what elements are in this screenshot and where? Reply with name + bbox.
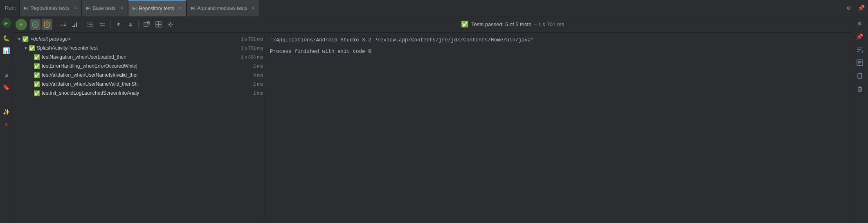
gear-icon[interactable]: ⚙ — [855, 18, 865, 29]
svg-rect-17 — [858, 88, 861, 91]
pin-down-icon[interactable]: 📌 — [855, 31, 865, 42]
svg-rect-7 — [74, 25, 75, 27]
status-time: – 1 s 701 ms — [534, 21, 564, 27]
tree-package-time: 1 s 701 ms — [241, 36, 263, 41]
tree-class-pass-icon: ✅ — [29, 45, 35, 51]
svg-rect-12 — [156, 25, 158, 27]
tree-method-label: testValidation_whenUserNameIsInvalid_the… — [42, 72, 250, 78]
down-button[interactable] — [125, 19, 136, 30]
toolbar: ▶ AZ — [13, 16, 851, 33]
tab-bar: Run: ▶| Repositories tests ✕ ▶| Base tes… — [0, 0, 868, 16]
soft-wrap-icon[interactable] — [855, 57, 865, 68]
sort-duration-button[interactable] — [70, 19, 80, 30]
output-panel: "/Applications/Android Studio 3.2 Previe… — [265, 33, 851, 223]
right-sidebar: ⚙ 📌 — [851, 16, 868, 223]
up-button[interactable] — [113, 19, 124, 30]
svg-rect-11 — [159, 22, 161, 24]
svg-rect-8 — [76, 23, 77, 27]
bookmark-icon[interactable]: 🔖 — [2, 83, 11, 92]
tab-base-tests[interactable]: ▶| Base tests ✕ — [82, 0, 128, 16]
settings-icon[interactable]: ⚙ — [843, 3, 854, 14]
scroll-lock-icon[interactable] — [855, 44, 865, 55]
tab-close-icon[interactable]: ✕ — [74, 5, 77, 11]
tree-method-row-4[interactable]: ✅ testInit_shouldLogLaunchedScreenIntoAn… — [13, 89, 265, 98]
tab-label: App and modules tests — [197, 5, 247, 11]
tab-label: Repositories tests — [30, 5, 69, 11]
pass-check-icon: ✅ — [461, 20, 469, 28]
run-button[interactable]: ▶ — [2, 18, 11, 28]
pin-icon[interactable]: 📌 — [856, 3, 866, 14]
content-area: ▶ AZ — [13, 16, 851, 223]
tab-label: Base tests — [93, 5, 116, 11]
open-source-button[interactable] — [141, 19, 152, 30]
tab-run-icon: ▶| — [191, 5, 196, 11]
tree-method-label: testErrorHandling_whenErrorOccuredWhile| — [42, 63, 250, 69]
tree-method-pass-icon: ✅ — [34, 63, 40, 69]
tree-method-row-0[interactable]: ✅ testNavigation_whenUserLoaded_then 1 s… — [13, 52, 265, 61]
tree-expand-arrow[interactable]: ▼ — [16, 36, 22, 42]
tree-method-time: 1 s 696 ms — [241, 55, 263, 59]
wand-icon[interactable]: ✨ — [2, 107, 11, 116]
sort-alpha-button[interactable]: AZ — [58, 19, 68, 30]
tab-close-icon[interactable]: ✕ — [178, 6, 182, 11]
svg-point-14 — [169, 24, 171, 25]
separator-3 — [110, 20, 111, 29]
tree-method-time: 1 ms — [253, 91, 263, 96]
tree-method-row-3[interactable]: ✅ testValidation_whenUserNameValid_thenS… — [13, 80, 265, 89]
java-path-line: "/Applications/Android Studio 3.2 Previe… — [270, 36, 846, 44]
tree-package-row[interactable]: ▼ ✅ <default package> 1 s 701 ms — [13, 34, 265, 43]
tab-run-icon: ▶| — [86, 5, 91, 11]
svg-rect-16 — [858, 74, 861, 78]
tab-repositories-tests[interactable]: ▶| Repositories tests ✕ — [19, 0, 81, 16]
show-ignored-button[interactable] — [42, 19, 52, 30]
tree-class-expand-arrow[interactable]: ▼ — [23, 45, 29, 51]
show-passed-button[interactable] — [30, 19, 40, 30]
tree-package-label: <default package> — [30, 36, 238, 42]
tree-method-pass-icon: ✅ — [34, 81, 40, 87]
tab-close-icon[interactable]: ✕ — [251, 5, 255, 11]
test-status: ✅ Tests passed: 5 of 5 tests – 1 s 701 m… — [177, 20, 848, 28]
tree-pass-icon: ✅ — [22, 36, 29, 42]
delete-icon[interactable] — [855, 84, 865, 94]
tree-method-pass-icon: ✅ — [34, 90, 40, 96]
tree-method-time: 2 ms — [253, 82, 263, 86]
tree-method-time: 2 ms — [253, 64, 263, 68]
left-sidebar: ▶ 🐛 📊 ••• ⊞ 🔖 ••• ✨ ✕ — [0, 16, 13, 223]
separator-icon-2: ••• — [2, 95, 11, 104]
lower-area: ▼ ✅ <default package> 1 s 701 ms ▼ ✅ Spl… — [13, 33, 851, 223]
settings-gear-button[interactable] — [165, 19, 175, 30]
svg-rect-13 — [159, 25, 161, 27]
tab-app-modules-tests[interactable]: ▶| App and modules tests ✕ — [187, 0, 260, 16]
tab-repository-tests[interactable]: ▶| Repository tests ✕ — [128, 0, 187, 16]
tab-run-icon: ▶| — [133, 6, 137, 11]
svg-rect-2 — [47, 23, 47, 25]
stop-icon[interactable]: ✕ — [2, 120, 11, 129]
tree-method-row-1[interactable]: ✅ testErrorHandling_whenErrorOccuredWhil… — [13, 61, 265, 71]
tree-method-time: 0 ms — [253, 73, 263, 77]
import-button[interactable] — [153, 19, 164, 30]
layout-icon[interactable]: ⊞ — [2, 71, 11, 80]
profile-icon[interactable]: 📊 — [2, 46, 11, 55]
copy-icon[interactable] — [855, 71, 865, 81]
svg-rect-6 — [72, 26, 74, 27]
tree-class-row[interactable]: ▼ ✅ SplashActivityPresenterTest 1 s 701 … — [13, 43, 265, 52]
tab-close-icon[interactable]: ✕ — [120, 5, 124, 11]
tab-run-icon: ▶| — [24, 5, 28, 11]
svg-text:Z: Z — [63, 23, 65, 27]
run-all-button[interactable]: ▶ — [16, 19, 27, 30]
tree-method-label: testValidation_whenUserNameValid_thenSh — [42, 81, 250, 87]
status-text: Tests passed: 5 of 5 tests — [471, 21, 531, 27]
tree-method-row-2[interactable]: ✅ testValidation_whenUserNameIsInvalid_t… — [13, 71, 265, 80]
tree-class-label: SplashActivityPresenterTest — [37, 45, 238, 51]
separator-4 — [138, 20, 139, 29]
expand-all-button[interactable] — [85, 19, 96, 30]
separator-1 — [55, 20, 55, 29]
tree-method-pass-icon: ✅ — [34, 72, 40, 78]
tree-class-time: 1 s 701 ms — [241, 46, 263, 50]
test-tree-panel: ▼ ✅ <default package> 1 s 701 ms ▼ ✅ Spl… — [13, 33, 265, 223]
debug-icon[interactable]: 🐛 — [2, 34, 11, 43]
main-area: ▶ 🐛 📊 ••• ⊞ 🔖 ••• ✨ ✕ ▶ AZ — [0, 16, 868, 223]
separator-2 — [83, 20, 83, 29]
svg-rect-10 — [156, 22, 158, 24]
collapse-all-button[interactable] — [97, 19, 108, 30]
